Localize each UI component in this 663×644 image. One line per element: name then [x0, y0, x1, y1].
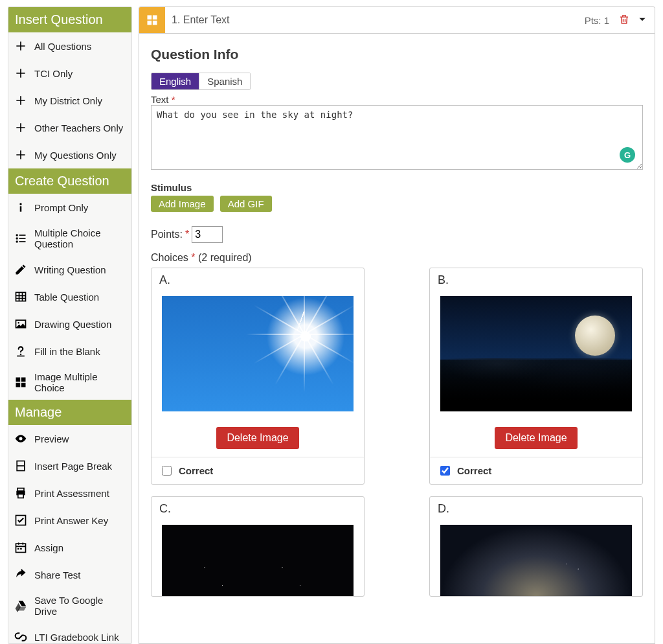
sidebar-item-label: LTI Gradebook Link	[34, 632, 119, 643]
choice-card: D.	[429, 496, 643, 597]
correct-label: Correct	[179, 465, 213, 476]
svg-rect-24	[20, 548, 22, 550]
sidebar-item-label: Writing Question	[34, 264, 106, 275]
choices-grid: A.Delete ImageCorrectB.Delete ImageCorre…	[151, 268, 643, 597]
svg-rect-14	[16, 383, 21, 387]
stimulus-label: Stimulus	[151, 182, 643, 193]
sidebar-item-my-questions-only[interactable]: My Questions Only	[8, 141, 131, 168]
delete-image-button[interactable]: Delete Image	[216, 427, 298, 449]
choice-image	[152, 516, 364, 596]
question-info-heading: Question Info	[151, 47, 643, 62]
svg-point-16	[19, 437, 23, 441]
sidebar-item-table-question[interactable]: Table Question	[8, 283, 131, 310]
language-tabs: English Spanish	[151, 73, 251, 90]
delete-image-button[interactable]: Delete Image	[495, 427, 577, 449]
tab-spanish[interactable]: Spanish	[199, 73, 250, 89]
svg-rect-15	[21, 383, 26, 387]
drive-icon	[14, 599, 28, 613]
svg-rect-23	[17, 548, 19, 550]
points-label: Points:	[151, 229, 183, 240]
question-header: 1. Enter Text Pts: 1	[139, 6, 655, 34]
svg-rect-6	[19, 238, 26, 239]
sidebar-item-label: Prompt Only	[34, 202, 88, 213]
question-header-title: 1. Enter Text	[165, 14, 585, 26]
correct-checkbox[interactable]	[440, 466, 450, 476]
sidebar-item-label: Multiple Choice Question	[34, 227, 126, 249]
choice-card: A.Delete ImageCorrect	[151, 268, 365, 485]
choice-card: B.Delete ImageCorrect	[429, 268, 643, 485]
question-text-input[interactable]	[151, 105, 643, 170]
choice-card: C.	[151, 496, 365, 597]
svg-rect-27	[148, 21, 152, 25]
sidebar-item-drawing-question[interactable]: Drawing Question	[8, 310, 131, 338]
svg-point-2	[16, 234, 18, 236]
sidebar-item-insert-page-break[interactable]: Insert Page Break	[8, 452, 131, 479]
drag-handle-icon[interactable]	[139, 6, 165, 34]
sidebar-item-lti-gradebook-link[interactable]: LTI Gradebook Link	[8, 623, 131, 644]
svg-rect-20	[18, 494, 23, 498]
plus-icon	[14, 121, 28, 135]
sidebar-item-label: All Questions	[34, 41, 91, 52]
share-icon	[14, 568, 28, 582]
svg-point-10	[17, 322, 19, 324]
image-icon	[14, 317, 28, 331]
sidebar-item-prompt-only[interactable]: Prompt Only	[8, 194, 131, 221]
sidebar-item-preview[interactable]: Preview	[8, 425, 131, 452]
sidebar-item-tci-only[interactable]: TCI Only	[8, 60, 131, 87]
sidebar-item-print-assessment[interactable]: Print Assessment	[8, 479, 131, 507]
sidebar-item-label: My Questions Only	[34, 150, 117, 161]
add-gif-button[interactable]: Add GIF	[220, 196, 272, 212]
question-icon	[14, 344, 28, 358]
delete-question-icon[interactable]	[614, 14, 634, 27]
sidebar-item-label: Insert Page Break	[34, 461, 112, 472]
sidebar-item-image-multiple-choice[interactable]: Image Multiple Choice	[8, 365, 131, 400]
plus-icon	[14, 39, 28, 53]
sidebar-item-label: My District Only	[34, 95, 102, 106]
link-icon	[14, 630, 28, 644]
grammarly-icon[interactable]: G	[620, 147, 635, 163]
sidebar-item-writing-question[interactable]: Writing Question	[8, 256, 131, 283]
sidebar-item-other-teachers-only[interactable]: Other Teachers Only	[8, 114, 131, 141]
sidebar-item-share-test[interactable]: Share Test	[8, 561, 131, 588]
sidebar-item-multiple-choice-question[interactable]: Multiple Choice Question	[8, 221, 131, 256]
sidebar-section-title: Insert Question	[8, 7, 131, 32]
table-icon	[14, 290, 28, 304]
sidebar-item-label: Preview	[34, 433, 69, 444]
sidebar-item-label: Save To Google Drive	[34, 595, 126, 617]
correct-checkbox[interactable]	[162, 466, 172, 476]
svg-rect-7	[19, 241, 26, 242]
choice-image	[430, 516, 642, 596]
points-input[interactable]	[192, 226, 223, 243]
sidebar-item-all-questions[interactable]: All Questions	[8, 32, 131, 60]
choice-letter: C.	[152, 497, 364, 516]
text-field-label: Text *	[151, 94, 643, 105]
sidebar-item-fill-in-the-blank[interactable]: Fill in the Blank	[8, 338, 131, 365]
sidebar-item-assign[interactable]: Assign	[8, 534, 131, 561]
add-image-button[interactable]: Add Image	[151, 196, 214, 212]
svg-rect-28	[153, 21, 157, 25]
sidebar-item-save-to-google-drive[interactable]: Save To Google Drive	[8, 588, 131, 623]
svg-rect-8	[16, 292, 26, 301]
correct-row: Correct	[152, 457, 364, 484]
info-icon	[14, 200, 28, 214]
choices-label: Choices * (2 required)	[151, 252, 643, 264]
choice-letter: D.	[430, 497, 642, 516]
correct-row: Correct	[430, 457, 642, 484]
svg-rect-26	[153, 16, 157, 20]
tab-english[interactable]: English	[152, 73, 199, 89]
sidebar-item-label: Image Multiple Choice	[34, 371, 126, 393]
sidebar: Insert QuestionAll QuestionsTCI OnlyMy D…	[8, 6, 132, 644]
svg-rect-25	[148, 16, 152, 20]
plus-icon	[14, 148, 28, 162]
svg-rect-13	[21, 378, 26, 382]
sidebar-section-title: Create Question	[8, 168, 131, 194]
sidebar-item-print-answer-key[interactable]: Print Answer Key	[8, 507, 131, 534]
collapse-icon[interactable]	[634, 14, 655, 27]
sidebar-item-label: TCI Only	[34, 68, 73, 79]
sidebar-item-label: Other Teachers Only	[34, 122, 123, 133]
svg-point-11	[20, 354, 22, 356]
sidebar-item-my-district-only[interactable]: My District Only	[8, 87, 131, 114]
svg-rect-5	[19, 235, 26, 236]
sidebar-item-label: Fill in the Blank	[34, 346, 100, 357]
sidebar-section-title: Manage	[8, 400, 131, 425]
